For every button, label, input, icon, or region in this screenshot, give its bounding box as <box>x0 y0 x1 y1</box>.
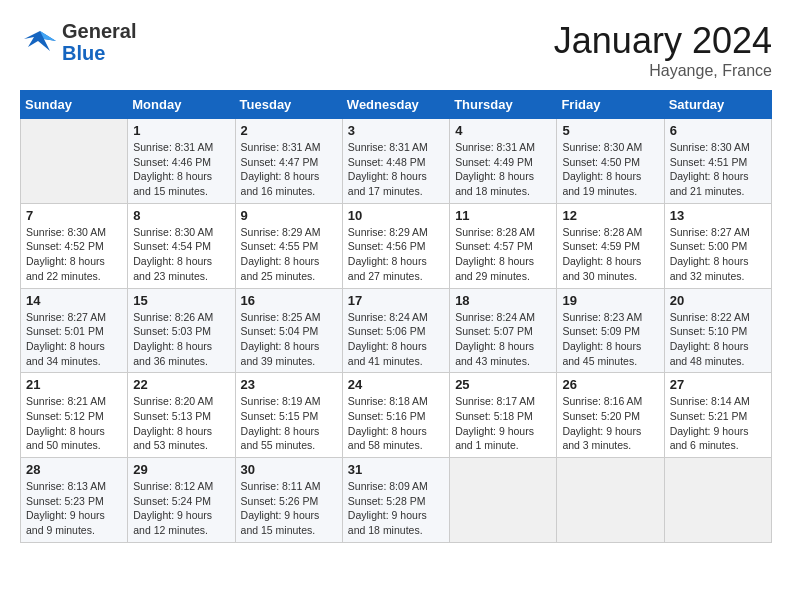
day-number: 2 <box>241 123 337 138</box>
day-number: 31 <box>348 462 444 477</box>
cell-content: Sunrise: 8:17 AMSunset: 5:18 PMDaylight:… <box>455 394 551 453</box>
table-row: 7Sunrise: 8:30 AMSunset: 4:52 PMDaylight… <box>21 203 128 288</box>
day-number: 17 <box>348 293 444 308</box>
title-area: January 2024 Hayange, France <box>554 20 772 80</box>
calendar-header-row: Sunday Monday Tuesday Wednesday Thursday… <box>21 91 772 119</box>
table-row: 13Sunrise: 8:27 AMSunset: 5:00 PMDayligh… <box>664 203 771 288</box>
table-row: 27Sunrise: 8:14 AMSunset: 5:21 PMDayligh… <box>664 373 771 458</box>
col-thursday: Thursday <box>450 91 557 119</box>
table-row <box>664 458 771 543</box>
day-number: 29 <box>133 462 229 477</box>
day-number: 8 <box>133 208 229 223</box>
table-row: 20Sunrise: 8:22 AMSunset: 5:10 PMDayligh… <box>664 288 771 373</box>
day-number: 7 <box>26 208 122 223</box>
day-number: 20 <box>670 293 766 308</box>
day-number: 30 <box>241 462 337 477</box>
table-row: 9Sunrise: 8:29 AMSunset: 4:55 PMDaylight… <box>235 203 342 288</box>
table-row: 19Sunrise: 8:23 AMSunset: 5:09 PMDayligh… <box>557 288 664 373</box>
table-row: 29Sunrise: 8:12 AMSunset: 5:24 PMDayligh… <box>128 458 235 543</box>
calendar-week-row: 7Sunrise: 8:30 AMSunset: 4:52 PMDaylight… <box>21 203 772 288</box>
cell-content: Sunrise: 8:31 AMSunset: 4:47 PMDaylight:… <box>241 140 337 199</box>
location: Hayange, France <box>554 62 772 80</box>
day-number: 6 <box>670 123 766 138</box>
cell-content: Sunrise: 8:25 AMSunset: 5:04 PMDaylight:… <box>241 310 337 369</box>
day-number: 27 <box>670 377 766 392</box>
day-number: 25 <box>455 377 551 392</box>
page-header: General Blue January 2024 Hayange, Franc… <box>20 20 772 80</box>
table-row: 17Sunrise: 8:24 AMSunset: 5:06 PMDayligh… <box>342 288 449 373</box>
table-row: 26Sunrise: 8:16 AMSunset: 5:20 PMDayligh… <box>557 373 664 458</box>
cell-content: Sunrise: 8:29 AMSunset: 4:56 PMDaylight:… <box>348 225 444 284</box>
logo-text: General Blue <box>62 20 136 64</box>
calendar-week-row: 21Sunrise: 8:21 AMSunset: 5:12 PMDayligh… <box>21 373 772 458</box>
day-number: 18 <box>455 293 551 308</box>
table-row <box>557 458 664 543</box>
table-row: 30Sunrise: 8:11 AMSunset: 5:26 PMDayligh… <box>235 458 342 543</box>
table-row: 3Sunrise: 8:31 AMSunset: 4:48 PMDaylight… <box>342 119 449 204</box>
table-row: 28Sunrise: 8:13 AMSunset: 5:23 PMDayligh… <box>21 458 128 543</box>
cell-content: Sunrise: 8:28 AMSunset: 4:59 PMDaylight:… <box>562 225 658 284</box>
logo-bird-icon <box>20 23 58 61</box>
table-row: 8Sunrise: 8:30 AMSunset: 4:54 PMDaylight… <box>128 203 235 288</box>
table-row: 21Sunrise: 8:21 AMSunset: 5:12 PMDayligh… <box>21 373 128 458</box>
table-row: 25Sunrise: 8:17 AMSunset: 5:18 PMDayligh… <box>450 373 557 458</box>
logo-blue: Blue <box>62 42 105 64</box>
table-row: 18Sunrise: 8:24 AMSunset: 5:07 PMDayligh… <box>450 288 557 373</box>
cell-content: Sunrise: 8:22 AMSunset: 5:10 PMDaylight:… <box>670 310 766 369</box>
day-number: 14 <box>26 293 122 308</box>
table-row <box>450 458 557 543</box>
day-number: 5 <box>562 123 658 138</box>
cell-content: Sunrise: 8:28 AMSunset: 4:57 PMDaylight:… <box>455 225 551 284</box>
cell-content: Sunrise: 8:12 AMSunset: 5:24 PMDaylight:… <box>133 479 229 538</box>
table-row: 31Sunrise: 8:09 AMSunset: 5:28 PMDayligh… <box>342 458 449 543</box>
day-number: 28 <box>26 462 122 477</box>
cell-content: Sunrise: 8:19 AMSunset: 5:15 PMDaylight:… <box>241 394 337 453</box>
day-number: 3 <box>348 123 444 138</box>
day-number: 16 <box>241 293 337 308</box>
day-number: 1 <box>133 123 229 138</box>
table-row: 24Sunrise: 8:18 AMSunset: 5:16 PMDayligh… <box>342 373 449 458</box>
day-number: 9 <box>241 208 337 223</box>
day-number: 10 <box>348 208 444 223</box>
cell-content: Sunrise: 8:31 AMSunset: 4:49 PMDaylight:… <box>455 140 551 199</box>
cell-content: Sunrise: 8:24 AMSunset: 5:06 PMDaylight:… <box>348 310 444 369</box>
cell-content: Sunrise: 8:20 AMSunset: 5:13 PMDaylight:… <box>133 394 229 453</box>
table-row <box>21 119 128 204</box>
day-number: 26 <box>562 377 658 392</box>
cell-content: Sunrise: 8:30 AMSunset: 4:54 PMDaylight:… <box>133 225 229 284</box>
table-row: 16Sunrise: 8:25 AMSunset: 5:04 PMDayligh… <box>235 288 342 373</box>
cell-content: Sunrise: 8:11 AMSunset: 5:26 PMDaylight:… <box>241 479 337 538</box>
cell-content: Sunrise: 8:14 AMSunset: 5:21 PMDaylight:… <box>670 394 766 453</box>
cell-content: Sunrise: 8:27 AMSunset: 5:01 PMDaylight:… <box>26 310 122 369</box>
cell-content: Sunrise: 8:31 AMSunset: 4:46 PMDaylight:… <box>133 140 229 199</box>
logo: General Blue <box>20 20 136 64</box>
table-row: 23Sunrise: 8:19 AMSunset: 5:15 PMDayligh… <box>235 373 342 458</box>
day-number: 23 <box>241 377 337 392</box>
day-number: 11 <box>455 208 551 223</box>
day-number: 19 <box>562 293 658 308</box>
cell-content: Sunrise: 8:09 AMSunset: 5:28 PMDaylight:… <box>348 479 444 538</box>
cell-content: Sunrise: 8:26 AMSunset: 5:03 PMDaylight:… <box>133 310 229 369</box>
cell-content: Sunrise: 8:21 AMSunset: 5:12 PMDaylight:… <box>26 394 122 453</box>
cell-content: Sunrise: 8:29 AMSunset: 4:55 PMDaylight:… <box>241 225 337 284</box>
day-number: 24 <box>348 377 444 392</box>
table-row: 5Sunrise: 8:30 AMSunset: 4:50 PMDaylight… <box>557 119 664 204</box>
col-sunday: Sunday <box>21 91 128 119</box>
col-saturday: Saturday <box>664 91 771 119</box>
table-row: 11Sunrise: 8:28 AMSunset: 4:57 PMDayligh… <box>450 203 557 288</box>
cell-content: Sunrise: 8:27 AMSunset: 5:00 PMDaylight:… <box>670 225 766 284</box>
table-row: 12Sunrise: 8:28 AMSunset: 4:59 PMDayligh… <box>557 203 664 288</box>
cell-content: Sunrise: 8:13 AMSunset: 5:23 PMDaylight:… <box>26 479 122 538</box>
table-row: 6Sunrise: 8:30 AMSunset: 4:51 PMDaylight… <box>664 119 771 204</box>
day-number: 21 <box>26 377 122 392</box>
day-number: 15 <box>133 293 229 308</box>
cell-content: Sunrise: 8:30 AMSunset: 4:50 PMDaylight:… <box>562 140 658 199</box>
cell-content: Sunrise: 8:23 AMSunset: 5:09 PMDaylight:… <box>562 310 658 369</box>
table-row: 2Sunrise: 8:31 AMSunset: 4:47 PMDaylight… <box>235 119 342 204</box>
calendar-week-row: 28Sunrise: 8:13 AMSunset: 5:23 PMDayligh… <box>21 458 772 543</box>
table-row: 15Sunrise: 8:26 AMSunset: 5:03 PMDayligh… <box>128 288 235 373</box>
cell-content: Sunrise: 8:31 AMSunset: 4:48 PMDaylight:… <box>348 140 444 199</box>
month-title: January 2024 <box>554 20 772 62</box>
day-number: 12 <box>562 208 658 223</box>
col-tuesday: Tuesday <box>235 91 342 119</box>
